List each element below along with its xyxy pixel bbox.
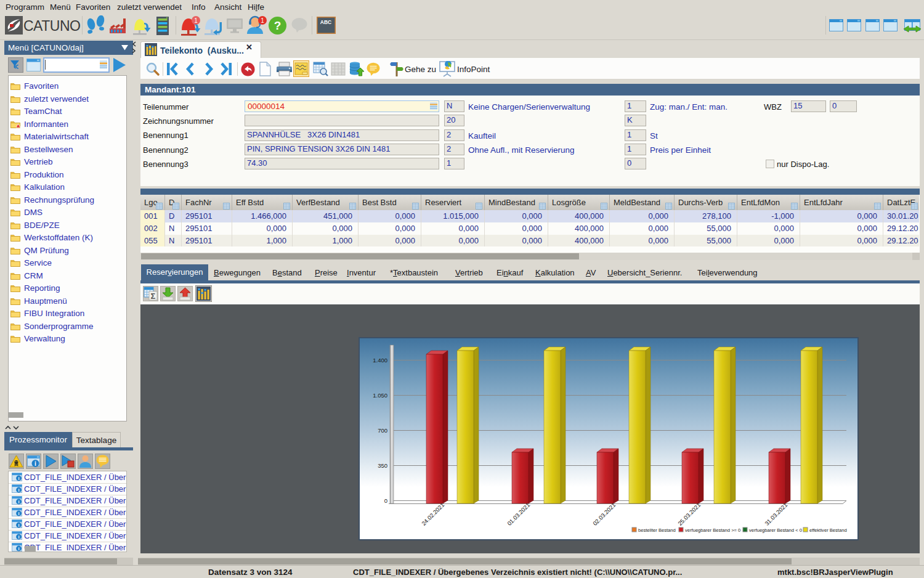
svg-text:Σ: Σ [151, 291, 156, 301]
svg-text:1: 1 [261, 17, 264, 24]
svg-text:i: i [18, 499, 19, 505]
svg-text:02.03.2021: 02.03.2021 [591, 502, 617, 527]
svg-text:effektiver Bestand: effektiver Bestand [809, 527, 847, 533]
svg-text:01.03.2021: 01.03.2021 [506, 502, 531, 527]
svg-text:ABC: ABC [320, 19, 331, 25]
svg-text:24.02.2021: 24.02.2021 [420, 502, 445, 527]
svg-text:1: 1 [194, 17, 198, 24]
svg-text:i: i [18, 534, 19, 540]
svg-text:700: 700 [378, 427, 387, 434]
svg-text:0: 0 [384, 497, 387, 504]
svg-text:350: 350 [378, 462, 387, 469]
svg-text:i: i [18, 523, 19, 528]
svg-text:i: i [18, 546, 19, 552]
svg-text:i: i [18, 487, 19, 493]
svg-text:1.400: 1.400 [373, 357, 387, 364]
svg-text:?: ? [274, 19, 282, 32]
svg-text:verfuegbarer Bestand >= 0: verfuegbarer Bestand >= 0 [685, 527, 740, 533]
svg-text:i: i [18, 476, 19, 481]
svg-text:i: i [18, 511, 19, 516]
svg-text:25.03.2021: 25.03.2021 [676, 502, 702, 527]
svg-text:1.050: 1.050 [373, 392, 387, 399]
svg-text:i: i [34, 460, 36, 467]
svg-text:bestellter Bestand: bestellter Bestand [638, 527, 676, 533]
svg-text:31.03.2021: 31.03.2021 [763, 502, 788, 527]
svg-text:verfuegbarer Bestand < 0: verfuegbarer Bestand < 0 [749, 527, 802, 533]
